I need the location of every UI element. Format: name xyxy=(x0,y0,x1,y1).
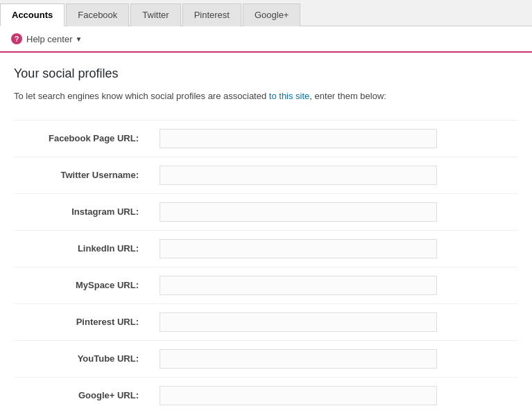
help-bar: ? Help center ▼ xyxy=(0,26,532,53)
desc-link[interactable]: to this site xyxy=(269,91,310,101)
main-content: Your social profiles To let search engin… xyxy=(0,53,532,415)
field-input-myspace-url[interactable] xyxy=(160,276,437,295)
form-row-googleplus-url: Google+ URL: xyxy=(14,377,518,414)
field-input-instagram-url[interactable] xyxy=(160,202,437,222)
form-row-instagram-url: Instagram URL: xyxy=(14,193,518,230)
section-description: To let search engines know which social … xyxy=(14,89,518,103)
form-row-linkedin-url: LinkedIn URL: xyxy=(14,230,518,267)
tab-googleplus[interactable]: Google+ xyxy=(243,3,301,26)
field-input-youtube-url[interactable] xyxy=(160,349,437,369)
field-label-facebook-page-url: Facebook Page URL: xyxy=(14,120,153,157)
form-row-myspace-url: MySpace URL: xyxy=(14,267,518,303)
tab-accounts[interactable]: Accounts xyxy=(0,3,65,26)
field-label-instagram-url: Instagram URL: xyxy=(14,193,153,230)
help-dropdown-arrow[interactable]: ▼ xyxy=(75,35,82,43)
tab-pinterest[interactable]: Pinterest xyxy=(182,3,241,26)
desc-text-start: To let search engines know which social … xyxy=(14,91,269,101)
tab-facebook[interactable]: Facebook xyxy=(66,3,129,26)
field-label-youtube-url: YouTube URL: xyxy=(14,340,153,377)
form-row-youtube-url: YouTube URL: xyxy=(14,340,518,377)
tabs-container: AccountsFacebookTwitterPinterestGoogle+ xyxy=(0,0,532,26)
field-input-facebook-page-url[interactable] xyxy=(160,129,437,148)
desc-text-end: , enter them below: xyxy=(309,91,386,101)
field-input-pinterest-url[interactable] xyxy=(160,312,437,332)
field-label-twitter-username: Twitter Username: xyxy=(14,157,153,193)
help-center-link[interactable]: Help center xyxy=(26,34,72,44)
tab-twitter[interactable]: Twitter xyxy=(130,3,180,26)
field-input-googleplus-url[interactable] xyxy=(160,386,437,405)
field-label-pinterest-url: Pinterest URL: xyxy=(14,303,153,340)
field-label-googleplus-url: Google+ URL: xyxy=(14,377,153,414)
field-input-twitter-username[interactable] xyxy=(160,166,437,185)
form-row-twitter-username: Twitter Username: xyxy=(14,157,518,193)
social-profiles-form: Facebook Page URL:Twitter Username:Insta… xyxy=(14,120,518,414)
field-label-linkedin-url: LinkedIn URL: xyxy=(14,230,153,267)
form-row-facebook-page-url: Facebook Page URL: xyxy=(14,120,518,157)
help-icon[interactable]: ? xyxy=(11,33,22,44)
field-label-myspace-url: MySpace URL: xyxy=(14,267,153,303)
field-input-linkedin-url[interactable] xyxy=(160,239,437,258)
form-row-pinterest-url: Pinterest URL: xyxy=(14,303,518,340)
section-title: Your social profiles xyxy=(14,67,518,81)
